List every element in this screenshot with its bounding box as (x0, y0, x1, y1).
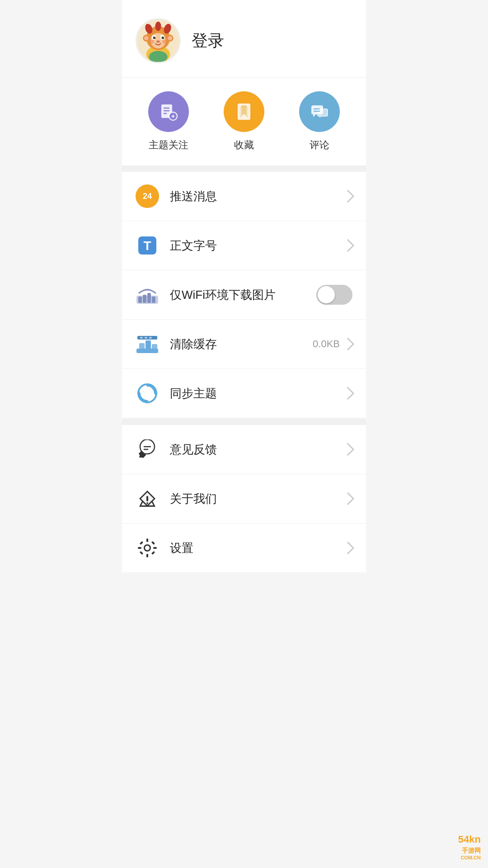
svg-rect-37 (138, 297, 142, 303)
wifi-only-right[interactable] (316, 285, 352, 305)
svg-rect-62 (146, 538, 148, 542)
chevron-icon (342, 338, 354, 350)
feedback-icon-wrap (136, 438, 159, 461)
push-messages-label: 推送消息 (170, 189, 333, 204)
svg-point-14 (153, 37, 156, 39)
chevron-icon (342, 239, 354, 252)
feedback-icon (137, 439, 157, 459)
menu-section-2: 意见反馈 关于我们 (122, 425, 366, 572)
clear-cache-icon (136, 334, 159, 354)
svg-rect-64 (138, 547, 141, 549)
svg-text:T: T (143, 239, 151, 253)
font-size-icon: T (136, 235, 158, 256)
menu-item-wifi-only[interactable]: 仅WiFi环境下载图片 (122, 270, 366, 320)
theme-follow-label: 主题关注 (149, 138, 188, 152)
favorites-icon (233, 101, 255, 123)
svg-point-10 (168, 36, 172, 40)
svg-rect-42 (139, 343, 145, 349)
svg-rect-47 (145, 337, 147, 339)
favorites-icon-circle (224, 91, 264, 132)
svg-point-61 (145, 546, 150, 550)
section-divider-2 (122, 419, 366, 425)
menu-section: 24 推送消息 T 正文字号 (122, 172, 366, 418)
menu-item-font-size[interactable]: T 正文字号 (122, 221, 366, 270)
clear-cache-label: 清除缓存 (170, 336, 302, 352)
push-messages-icon-wrap: 24 (136, 184, 159, 208)
clear-cache-icon-wrap (136, 332, 159, 356)
comments-icon (309, 101, 330, 123)
avatar-image (137, 19, 179, 62)
sync-theme-right (343, 389, 352, 398)
svg-rect-65 (153, 547, 157, 549)
svg-point-18 (156, 41, 160, 43)
svg-point-9 (144, 36, 148, 40)
about-us-icon-wrap (136, 487, 159, 510)
svg-text:+: + (171, 113, 175, 120)
svg-rect-48 (149, 337, 152, 339)
push-messages-right (343, 192, 352, 201)
favorites-label: 收藏 (234, 138, 254, 152)
theme-follow-icon: + (158, 101, 179, 123)
font-size-label: 正文字号 (170, 238, 333, 254)
wifi-only-icon (136, 283, 159, 307)
about-us-right (343, 494, 352, 503)
quick-actions: + 主题关注 收藏 评论 (122, 78, 366, 165)
wifi-only-toggle[interactable] (316, 285, 352, 305)
sync-theme-label: 同步主题 (170, 386, 333, 401)
profile-section[interactable]: 登录 (122, 0, 366, 77)
sync-theme-icon-wrap (136, 382, 159, 405)
clear-cache-right: 0.0KB (313, 338, 352, 350)
about-us-icon (137, 489, 157, 509)
svg-point-17 (163, 37, 164, 38)
action-item-theme-follow[interactable]: + 主题关注 (148, 91, 189, 152)
push-messages-badge: 24 (136, 184, 159, 208)
font-size-icon-wrap: T (136, 234, 159, 257)
settings-right (343, 543, 352, 552)
section-divider-1 (122, 165, 366, 172)
font-size-right (343, 241, 352, 250)
svg-rect-46 (140, 337, 143, 339)
menu-item-about-us[interactable]: 关于我们 (122, 474, 366, 524)
comments-icon-circle (299, 91, 340, 132)
comments-label: 评论 (310, 138, 329, 152)
chevron-icon (342, 387, 354, 400)
theme-follow-icon-circle: + (148, 91, 189, 132)
svg-marker-29 (313, 114, 316, 117)
chevron-icon (342, 542, 354, 554)
clear-cache-size: 0.0KB (313, 338, 340, 350)
feedback-right (343, 445, 352, 454)
svg-rect-66 (140, 541, 143, 545)
action-item-favorites[interactable]: 收藏 (224, 91, 264, 152)
svg-rect-58 (146, 496, 148, 501)
about-us-label: 关于我们 (170, 491, 333, 507)
settings-icon (137, 538, 158, 558)
login-label[interactable]: 登录 (192, 30, 224, 52)
svg-point-5 (155, 22, 161, 31)
settings-label: 设置 (170, 540, 333, 556)
svg-rect-30 (318, 109, 328, 116)
menu-item-clear-cache[interactable]: 清除缓存 0.0KB (122, 320, 366, 369)
svg-point-16 (155, 37, 155, 38)
menu-item-sync-theme[interactable]: 同步主题 (122, 369, 366, 418)
svg-point-15 (162, 37, 164, 39)
feedback-label: 意见反馈 (170, 442, 333, 458)
settings-icon-wrap (136, 536, 159, 560)
chevron-icon (342, 492, 354, 505)
avatar[interactable] (136, 18, 181, 63)
chevron-icon (342, 190, 354, 203)
svg-rect-69 (151, 551, 155, 555)
svg-point-20 (162, 39, 166, 43)
sync-theme-icon (136, 382, 159, 405)
svg-rect-63 (146, 554, 148, 557)
menu-item-push-messages[interactable]: 24 推送消息 (122, 172, 366, 221)
svg-point-49 (138, 384, 156, 402)
wifi-only-icon-wrap (136, 283, 159, 307)
svg-rect-68 (140, 551, 143, 555)
svg-rect-39 (147, 293, 151, 303)
action-item-comments[interactable]: 评论 (299, 91, 340, 152)
menu-item-feedback[interactable]: 意见反馈 (122, 425, 366, 474)
svg-rect-67 (151, 541, 155, 545)
svg-rect-43 (145, 340, 151, 349)
svg-point-19 (150, 39, 154, 43)
menu-item-settings[interactable]: 设置 (122, 524, 366, 572)
